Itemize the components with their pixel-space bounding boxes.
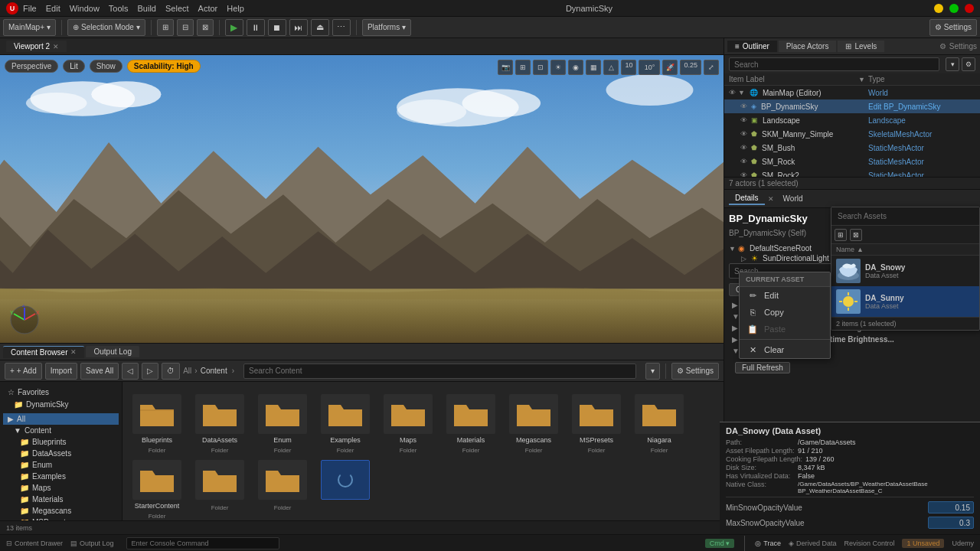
context-copy[interactable]: ⎘ Copy	[740, 304, 830, 321]
folder-niagara[interactable]: Niagara Folder	[631, 394, 688, 454]
eye-icon[interactable]: 👁	[740, 144, 747, 152]
folder-blueprints[interactable]: Blueprints Folder	[129, 394, 185, 454]
sidebar-blueprints[interactable]: 📁 Blueprints	[3, 436, 119, 448]
content-browser-tab-close[interactable]: ✕	[70, 348, 77, 356]
outliner-item-smrock[interactable]: 👁 ⬟ SM_Rock StaticMeshActor	[724, 155, 980, 168]
eye-icon[interactable]: 👁	[740, 130, 747, 138]
menu-bar[interactable]: File Edit Window Tools Build Select Acto…	[23, 4, 244, 13]
folder-dataassets[interactable]: DataAssets Folder	[191, 394, 248, 454]
menu-build[interactable]: Build	[138, 4, 156, 13]
path-all[interactable]: All	[183, 367, 191, 375]
folder-startercontent[interactable]: StarterContent Folder	[129, 460, 185, 520]
revision-btn[interactable]: Revision Control	[844, 540, 894, 547]
save-all-btn[interactable]: Save All	[80, 363, 119, 380]
outliner-filter-btn[interactable]: ▾	[946, 57, 959, 71]
outliner-item-mainmap[interactable]: 👁 ▼ 🌐 MainMap (Editor) World	[724, 86, 980, 99]
minimize-btn[interactable]	[934, 4, 943, 13]
content-search-input[interactable]	[243, 364, 636, 379]
eye-icon[interactable]: 👁	[729, 89, 736, 96]
perspective-btn[interactable]: Perspective	[5, 60, 58, 73]
filter-btn[interactable]: ▾	[645, 363, 660, 380]
viewport-tab-2[interactable]: Viewport 2 ✕	[6, 41, 67, 52]
folder-materials[interactable]: Materials Folder	[443, 394, 499, 454]
outliner-settings-btn[interactable]: ⚙	[962, 57, 975, 71]
min-snow-input[interactable]	[928, 501, 974, 514]
max-snow-input[interactable]	[928, 517, 974, 529]
folder-selected[interactable]	[317, 460, 374, 520]
outliner-item-smrock2[interactable]: 👁 ⬟ SM_Rock2 StaticMeshActor	[724, 168, 980, 178]
skip-btn[interactable]: ⏭	[289, 19, 308, 36]
levels-tab[interactable]: ⊞ Levels	[838, 41, 884, 52]
sidebar-dynamicsky[interactable]: 📁 DynamicSky	[3, 399, 119, 410]
sidebar-maps[interactable]: 📁 Maps	[3, 482, 119, 494]
menu-select[interactable]: Select	[165, 4, 189, 13]
outliner-item-smbush[interactable]: 👁 ⬟ SM_Bush StaticMeshActor	[724, 141, 980, 155]
viewport-tab-close[interactable]: ✕	[53, 43, 59, 51]
history-back-btn[interactable]: ◁	[122, 363, 139, 380]
sidebar-examples[interactable]: 📁 Examples	[3, 471, 119, 482]
outliner-tab[interactable]: ≡ Outliner	[727, 41, 777, 52]
sidebar-enum[interactable]: 📁 Enum	[3, 459, 119, 471]
camera-icon[interactable]: 📷	[498, 60, 513, 75]
details-tab-close[interactable]: ✕	[768, 195, 774, 203]
show-btn[interactable]: Show	[90, 60, 122, 73]
outliner-item-landscape[interactable]: 👁 ▣ Landscape Landscape	[724, 113, 980, 127]
scalability-btn[interactable]: Scalability: High	[127, 60, 201, 73]
close-btn[interactable]	[965, 4, 974, 13]
context-edit[interactable]: ✏ Edit	[740, 287, 830, 304]
content-drawer-btn[interactable]: ⊟ Content Drawer	[6, 540, 63, 547]
trace-btn[interactable]: ◎ Trace	[755, 540, 781, 547]
play-btn[interactable]: ▶	[225, 19, 243, 36]
folder-mspresets[interactable]: MSPresets Folder	[568, 394, 625, 454]
unsaved-indicator[interactable]: 1 Unsaved	[902, 539, 944, 548]
outliner-item-skm[interactable]: 👁 ⬟ SKM_Manny_Simple SkeletalMeshActor	[724, 127, 980, 141]
speed-icon[interactable]: 🚀	[662, 60, 678, 75]
eye-icon[interactable]: 👁	[740, 171, 747, 178]
ap-item-da-snowy[interactable]: DA_Snowy Data Asset	[831, 256, 979, 286]
folder-extra2[interactable]: Folder	[254, 460, 311, 520]
snap-icon[interactable]: ⊡	[533, 60, 548, 75]
sidebar-materials[interactable]: 📁 Materials	[3, 494, 119, 505]
transform-snap-btn[interactable]: ⊠	[197, 19, 214, 36]
cb-settings-btn[interactable]: ⚙ Settings	[671, 363, 719, 380]
sidebar-all[interactable]: ▶ All	[3, 413, 119, 425]
folder-enum[interactable]: Enum Folder	[254, 394, 311, 454]
pause-btn[interactable]: ⏸	[247, 19, 265, 36]
menu-window[interactable]: Window	[70, 4, 100, 13]
path-caret[interactable]: ›	[232, 367, 234, 375]
details-tab[interactable]: Details	[729, 192, 765, 205]
output-log-tab[interactable]: Output Log	[86, 346, 139, 357]
place-actors-tab[interactable]: Place Actors	[779, 41, 837, 52]
asset-search-input[interactable]	[831, 207, 979, 226]
favorites-search[interactable]	[103, 386, 114, 397]
world-tab[interactable]: World	[777, 193, 809, 204]
outliner-search-input[interactable]	[729, 57, 939, 71]
sidebar-dataassets[interactable]: 📁 DataAssets	[3, 448, 119, 459]
eye-icon[interactable]: 👁	[740, 158, 747, 165]
ap-icon-1[interactable]: ⊞	[835, 229, 847, 241]
project-btn[interactable]: MainMap+ ▾	[3, 19, 56, 36]
menu-edit[interactable]: Edit	[46, 4, 60, 13]
sidebar-content[interactable]: ▼ Content	[3, 425, 119, 436]
history-btn[interactable]: ⏱	[162, 363, 180, 380]
transform-local-btn[interactable]: ⊟	[177, 19, 194, 36]
ap-item-da-sunny[interactable]: DA_Sunny Data Asset	[831, 286, 979, 317]
folder-maps[interactable]: Maps Folder	[380, 394, 436, 454]
mode-btn[interactable]: ⊕ Selection Mode ▾	[67, 19, 145, 36]
expand-icon[interactable]: ▼	[738, 89, 745, 96]
content-browser-tab[interactable]: Content Browser ✕	[3, 346, 84, 358]
stop-btn[interactable]: ⏹	[268, 19, 286, 36]
full-refresh-btn[interactable]: Full Refresh	[735, 362, 790, 373]
console-cmd-input[interactable]	[126, 537, 279, 549]
grid-toggle[interactable]: ▦	[586, 60, 601, 75]
import-btn[interactable]: Import	[45, 363, 77, 380]
derived-data-btn[interactable]: ◈ Derived Data	[789, 540, 837, 547]
context-clear[interactable]: ✕ Clear	[740, 341, 830, 358]
eye-icon[interactable]: 👁	[740, 116, 747, 124]
ap-icon-2[interactable]: ⊠	[850, 229, 862, 241]
settings-btn[interactable]: ⚙ Settings	[929, 19, 977, 36]
maximize-btn[interactable]	[949, 4, 959, 13]
platforms-btn[interactable]: Platforms ▾	[362, 19, 411, 36]
cmd-prefix[interactable]: Cmd ▾	[705, 539, 735, 548]
history-forward-btn[interactable]: ▷	[142, 363, 158, 380]
